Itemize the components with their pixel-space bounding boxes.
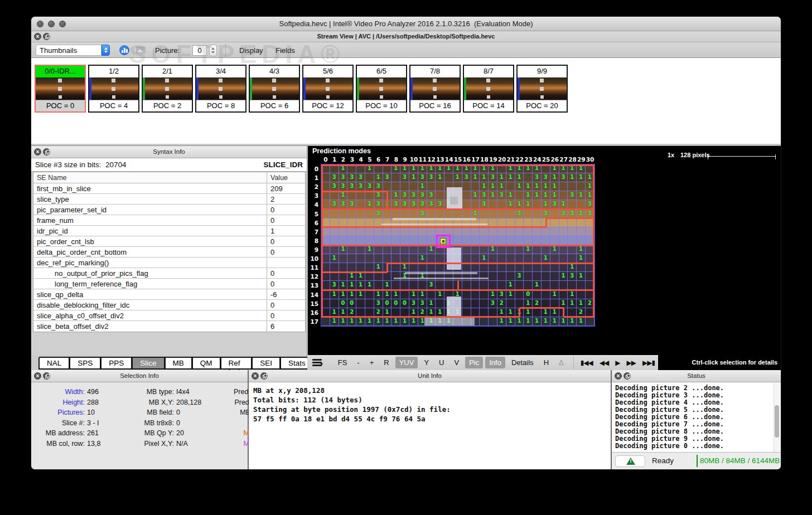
- mb-cell[interactable]: [577, 290, 586, 299]
- mb-cell[interactable]: [480, 290, 489, 299]
- mb-cell[interactable]: [542, 263, 550, 272]
- mb-cell[interactable]: 1: [489, 191, 497, 200]
- mb-cell[interactable]: 1: [577, 299, 586, 308]
- mb-cell[interactable]: 1: [524, 182, 533, 191]
- mb-cell[interactable]: 1: [392, 290, 400, 299]
- table-row[interactable]: slice_alpha_c0_offset_div20: [33, 310, 305, 321]
- mb-cell[interactable]: [524, 263, 533, 272]
- mb-cell[interactable]: [444, 173, 453, 182]
- mb-cell[interactable]: 1: [506, 173, 515, 182]
- mb-cell[interactable]: 3: [330, 173, 339, 182]
- mb-cell[interactable]: 1: [550, 191, 559, 200]
- mb-cell[interactable]: 1: [356, 272, 365, 281]
- mb-cell[interactable]: [365, 227, 374, 236]
- mb-cell[interactable]: [453, 227, 462, 236]
- mb-cell[interactable]: [559, 245, 568, 254]
- fields-menu[interactable]: Fields: [276, 46, 295, 55]
- mb-cell[interactable]: [559, 227, 568, 236]
- menu-icon[interactable]: [312, 359, 318, 366]
- mb-cell[interactable]: 1: [409, 173, 418, 182]
- tab-ref-lists[interactable]: Ref Lists: [221, 357, 253, 370]
- mb-cell[interactable]: [356, 245, 365, 254]
- mb-cell[interactable]: 1: [418, 182, 427, 191]
- mb-cell[interactable]: [418, 263, 427, 272]
- mb-cell[interactable]: [392, 272, 400, 281]
- mb-cell[interactable]: 1: [374, 290, 383, 299]
- mb-cell[interactable]: 3: [489, 173, 497, 182]
- table-row[interactable]: no_output_of_prior_pics_flag0: [33, 268, 305, 279]
- mb-cell[interactable]: 1: [480, 182, 489, 191]
- tab-mb[interactable]: MB: [165, 357, 192, 370]
- mb-cell[interactable]: [489, 272, 497, 281]
- mb-cell[interactable]: 1: [542, 191, 550, 200]
- view-toolbar-h-button[interactable]: H: [540, 357, 553, 368]
- mb-cell[interactable]: 1: [533, 191, 542, 200]
- mb-cell[interactable]: [533, 308, 542, 317]
- mb-cell[interactable]: [480, 299, 489, 308]
- mb-cell[interactable]: 1: [559, 272, 568, 281]
- mb-cell[interactable]: 1: [524, 191, 533, 200]
- mb-cell[interactable]: [330, 245, 339, 254]
- warning-button[interactable]: [615, 455, 645, 467]
- macroblock-grid[interactable]: 1111111111111111111111333313313311311311…: [321, 164, 594, 326]
- mb-cell[interactable]: [330, 227, 339, 236]
- mb-cell[interactable]: 1: [542, 182, 550, 191]
- mb-cell[interactable]: [568, 182, 577, 191]
- mb-cell[interactable]: 2: [497, 299, 506, 308]
- mb-cell[interactable]: [480, 263, 489, 272]
- thumbnail[interactable]: 3/4POC = 8: [195, 65, 246, 113]
- mb-cell[interactable]: [489, 317, 497, 326]
- mb-cell[interactable]: [365, 299, 374, 308]
- mb-cell[interactable]: 1: [330, 317, 339, 326]
- thumbnail[interactable]: 6/5POC = 10: [356, 65, 407, 113]
- mb-cell[interactable]: [462, 182, 471, 191]
- mb-cell[interactable]: [506, 210, 515, 218]
- mb-cell[interactable]: [347, 227, 356, 236]
- mb-cell[interactable]: 1: [471, 191, 480, 200]
- mb-cell[interactable]: [515, 191, 524, 200]
- mb-cell[interactable]: [427, 290, 436, 299]
- thumbnail[interactable]: 7/8POC = 16: [409, 65, 461, 113]
- mb-cell[interactable]: 1: [418, 290, 427, 299]
- mb-cell[interactable]: [339, 254, 348, 263]
- mb-cell[interactable]: [542, 227, 550, 236]
- mb-cell[interactable]: [453, 210, 462, 218]
- mb-cell[interactable]: 1: [550, 290, 559, 299]
- mb-cell[interactable]: [506, 182, 515, 191]
- mb-cell[interactable]: [568, 245, 577, 254]
- mb-cell[interactable]: [392, 245, 400, 254]
- mb-cell[interactable]: [533, 290, 542, 299]
- mb-cell[interactable]: 1: [383, 317, 392, 326]
- mb-cell[interactable]: 1: [392, 191, 400, 200]
- view-toolbar-info-button[interactable]: Info: [485, 357, 505, 368]
- mb-cell[interactable]: [480, 210, 489, 218]
- mb-cell[interactable]: [497, 210, 506, 218]
- mb-cell[interactable]: [383, 227, 392, 236]
- mb-cell[interactable]: [462, 210, 471, 218]
- picture-input[interactable]: [192, 45, 207, 56]
- mb-cell[interactable]: [330, 272, 339, 281]
- mb-cell[interactable]: [365, 173, 374, 182]
- mb-cell[interactable]: 1: [347, 272, 356, 281]
- mb-cell[interactable]: 1: [533, 317, 542, 326]
- tab-pps[interactable]: PPS: [101, 357, 132, 370]
- mb-cell[interactable]: 1: [383, 290, 392, 299]
- mb-cell[interactable]: 1: [427, 299, 436, 308]
- mb-cell[interactable]: [356, 254, 365, 263]
- mb-cell[interactable]: [339, 227, 348, 236]
- mb-cell[interactable]: 3: [427, 173, 436, 182]
- table-row[interactable]: delta_pic_order_cnt_bottom0: [33, 247, 305, 258]
- mb-cell[interactable]: [524, 210, 533, 218]
- mb-cell[interactable]: 3: [418, 173, 427, 182]
- mb-cell[interactable]: [559, 191, 568, 200]
- mb-cell[interactable]: [383, 210, 392, 218]
- mb-cell[interactable]: 3: [383, 173, 392, 182]
- mb-cell[interactable]: [471, 290, 480, 299]
- mb-cell[interactable]: 3: [409, 191, 418, 200]
- mb-cell[interactable]: [471, 299, 480, 308]
- mb-cell[interactable]: [542, 272, 550, 281]
- mb-cell[interactable]: [330, 191, 339, 200]
- selected-macroblock[interactable]: [436, 235, 451, 248]
- mb-cell[interactable]: [480, 227, 489, 236]
- mb-cell[interactable]: [471, 182, 480, 191]
